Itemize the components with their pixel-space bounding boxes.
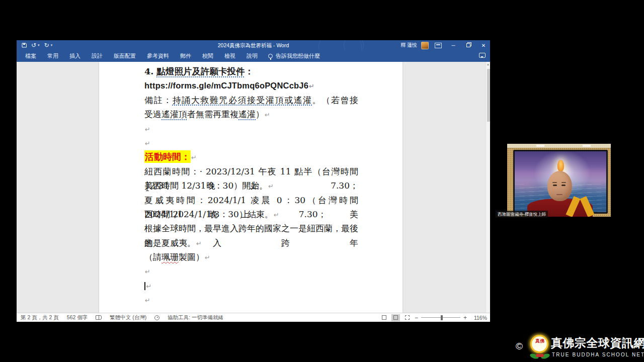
paragraph-mark-icon: ↵	[309, 82, 314, 90]
doc-line[interactable]: 紐西蘭時間：· 2023/12/31 午夜 11 點半（台灣時間 12/31 晚…	[144, 164, 358, 178]
doc-line[interactable]: 4. 點燈照片及許願卡投件：	[144, 64, 358, 78]
ribbon-display-icon	[435, 43, 442, 48]
word-window: ↺ ▾ ↻ ▾ 2024真佛宗為世界祈福 - Word 釋 蓮悅 ─ ✕ 檔案常…	[17, 40, 490, 322]
tbs-emblem-icon: 真佛	[529, 334, 551, 359]
ribbon-tab-1[interactable]: 常用	[42, 50, 64, 62]
doc-text-segment: （請	[144, 252, 162, 262]
document-text: 4. 點燈照片及許願卡投件：https://forms.gle/mCJTbmq6…	[144, 64, 358, 307]
doc-text-segment: 遙灌頂	[162, 109, 187, 119]
document-page[interactable]: 4. 點燈照片及許願卡投件：https://forms.gle/mCJTbmq6…	[99, 62, 403, 313]
print-layout-button[interactable]	[391, 314, 400, 321]
doc-line[interactable]: （請珮珊製圖）↵	[144, 250, 358, 264]
doc-text-segment: 美西時間 12/31·3：30）開始。	[144, 180, 268, 191]
doc-text-segment: 製圖）	[179, 252, 204, 262]
accessibility-status[interactable]: 協助工具: 一切準備就緒	[168, 314, 223, 321]
scroll-up-icon[interactable]: ▲	[487, 63, 490, 66]
status-bar: 第 2 頁，共 2 頁 562 個字 繁體中文 (台灣) 協助工具: 一切準備就…	[17, 313, 490, 322]
paragraph-mark-icon: ↵	[268, 183, 274, 190]
doc-line[interactable]: 夏威夷時間：2024/1/1 凌晨 0：30（台灣時間 2024/1/1 晚上 …	[144, 193, 358, 207]
doc-line[interactable]: 受過遙灌頂者無需再重複遙灌）↵	[144, 107, 358, 121]
accessibility-icon	[154, 315, 159, 320]
account-avatar[interactable]	[421, 42, 429, 49]
word-count[interactable]: 562 個字	[67, 314, 88, 321]
yellow-scarf	[566, 196, 580, 217]
ribbon-tab-8[interactable]: 檢視	[219, 50, 241, 62]
webcam-video	[507, 144, 611, 217]
participant-name-label: 西雅圖雷藏寺-釋蓮悅上師	[496, 211, 548, 218]
ribbon-tab-5[interactable]: 參考資料	[141, 50, 175, 62]
doc-text-segment: 活動時間：	[144, 150, 191, 163]
web-layout-button[interactable]	[403, 314, 412, 321]
doc-line[interactable]: ↵	[144, 122, 358, 136]
ribbon-tabs: 檔案常用插入設計版面配置參考資料郵件校閱檢視說明	[20, 50, 263, 62]
paragraph-mark-icon: ↵	[265, 111, 270, 119]
doc-line[interactable]: ↵	[144, 293, 358, 307]
tell-me-label: 告訴我您想做什麼	[276, 52, 320, 60]
scrollbar-thumb[interactable]	[487, 69, 490, 122]
doc-line[interactable]: ↵	[144, 279, 358, 293]
doc-text-segment: 備註：	[144, 95, 173, 105]
doc-line[interactable]: 根據全球時間，最早進入跨年的國家之一是紐西蘭，最後進入跨年	[144, 221, 358, 235]
ribbon-tab-7[interactable]: 校閱	[197, 50, 219, 62]
doc-text-segment: ）	[256, 109, 264, 119]
paragraph-mark-icon: ↵	[145, 126, 150, 133]
zoom-in-button[interactable]: +	[463, 314, 467, 321]
ribbon-tab-0[interactable]: 檔案	[20, 50, 42, 62]
ribbon-tab-9[interactable]: 說明	[241, 50, 263, 62]
language-indicator[interactable]: 繁體中文 (台灣)	[110, 314, 146, 321]
paragraph-mark-icon: ↵	[146, 283, 152, 290]
doc-text-segment: 點燈照片及許願卡投件	[156, 66, 245, 76]
zoom-percentage[interactable]: 116%	[470, 315, 487, 321]
doc-text-segment: 的是夏威夷。	[144, 238, 196, 248]
paragraph-mark-icon: ↵	[196, 240, 202, 247]
doc-line[interactable]: https://forms.gle/mCJTbmq6oPQNCcbJ6↵	[144, 78, 358, 93]
page-indicator[interactable]: 第 2 頁，共 2 頁	[21, 314, 59, 321]
comments-icon[interactable]	[479, 53, 486, 58]
person-head	[547, 171, 572, 201]
paragraph-mark-icon: ↵	[191, 154, 197, 161]
tell-me-box[interactable]: 告訴我您想做什麼	[268, 52, 320, 60]
doc-line[interactable]: 備註：持誦大救難咒必須接受灌頂或遙灌。（若曾接	[144, 93, 358, 107]
title-bar: ↺ ▾ ↻ ▾ 2024真佛宗為世界祈福 - Word 釋 蓮悅 ─ ✕	[17, 40, 490, 50]
zoom-slider-thumb[interactable]	[441, 315, 443, 320]
footer-logo: © 真佛 真佛宗全球資訊網 TRUE BUDDHA SCHOOL NET	[511, 329, 644, 362]
zoom-slider[interactable]	[421, 317, 460, 318]
text-cursor	[144, 282, 145, 290]
minimize-button[interactable]: ─	[448, 40, 459, 50]
restore-button[interactable]	[463, 40, 474, 50]
document-area: 4. 點燈照片及許願卡投件：https://forms.gle/mCJTbmq6…	[17, 62, 490, 313]
read-mode-button[interactable]	[380, 314, 388, 321]
close-button[interactable]: ✕	[478, 40, 489, 50]
ribbon-tab-3[interactable]: 設計	[86, 50, 108, 62]
doc-text-segment: 西時間 2024/1/1/3：30）結束。	[144, 209, 273, 219]
doc-text-segment: 珮珊	[162, 252, 179, 262]
doc-text-segment: 。（若曾接	[312, 95, 358, 105]
person	[507, 144, 611, 217]
doc-line[interactable]: 活動時間：↵	[144, 150, 358, 164]
ribbon-tab-6[interactable]: 郵件	[175, 50, 197, 62]
zoom-out-button[interactable]: −	[415, 314, 418, 321]
ribbon-display-options-button[interactable]	[433, 40, 444, 50]
ribbon-tab-4[interactable]: 版面配置	[108, 50, 141, 62]
yellow-scarf	[580, 196, 594, 217]
ribbon-tab-2[interactable]: 插入	[64, 50, 86, 62]
doc-text-segment: 遙灌	[238, 109, 256, 119]
webcam-overlay: 西雅圖雷藏寺-釋蓮悅上師	[496, 141, 628, 220]
mouse-ibeam-cursor	[145, 183, 149, 191]
paragraph-mark-icon: ↵	[145, 268, 150, 276]
restore-icon	[466, 43, 470, 47]
vertical-scrollbar[interactable]: ▲	[486, 62, 490, 313]
proofing-icon[interactable]	[96, 315, 102, 320]
doc-text-segment: 者無需再重複	[187, 109, 238, 119]
paragraph-mark-icon: ↵	[274, 211, 279, 219]
doc-text-segment: 持誦大救難咒必須接受灌頂或遙灌	[173, 95, 312, 105]
ribbon-tab-row: 檔案常用插入設計版面配置參考資料郵件校閱檢視說明 告訴我您想做什麼	[17, 50, 490, 62]
paragraph-mark-icon: ↵	[205, 254, 210, 261]
site-name-english: TRUE BUDDHA SCHOOL NET	[552, 352, 644, 357]
doc-text-segment: 4.	[144, 66, 156, 76]
doc-line[interactable]: ↵	[144, 264, 358, 278]
lightbulb-icon	[268, 54, 273, 58]
doc-line[interactable]: ↵	[144, 136, 358, 150]
site-name-chinese: 真佛宗全球資訊網	[551, 335, 644, 351]
account-name[interactable]: 釋 蓮悅	[400, 42, 417, 49]
